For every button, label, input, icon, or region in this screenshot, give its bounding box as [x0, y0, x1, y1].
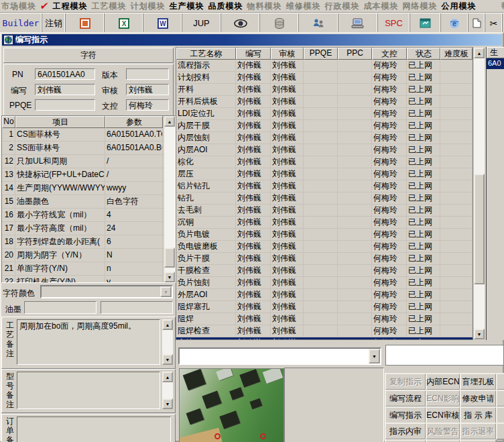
- ppqe-field[interactable]: [35, 99, 95, 111]
- process-row-2[interactable]: 开料刘伟巍刘伟巍何梅玲已上网: [176, 84, 472, 96]
- params-table-scrollbar[interactable]: ▲ ▼: [164, 116, 175, 282]
- col-process-name[interactable]: 工艺名称: [176, 48, 236, 60]
- process-table-scrollbar[interactable]: ▲ ▼: [474, 48, 485, 339]
- process-row-1[interactable]: 计划投料刘伟巍刘伟巍何梅玲已上网: [176, 72, 472, 84]
- chevron-down-icon[interactable]: ▼: [369, 349, 380, 364]
- params-row-13[interactable]: 13快捷标记(FP+UL+DateCo/: [2, 168, 175, 182]
- scissors-icon[interactable]: ✂: [485, 13, 503, 33]
- ink-field-1[interactable]: [24, 301, 97, 314]
- process-row-5[interactable]: 内层干膜刘伟巍刘伟巍何梅玲已上网: [176, 120, 472, 132]
- menu-item-11[interactable]: 公用模块: [442, 1, 477, 12]
- window-titlebar[interactable]: 编写指示: [2, 34, 502, 46]
- action-button-粗[interactable]: 粗: [496, 406, 504, 424]
- params-row-18[interactable]: 18字符到焊盘的最小距离(6: [2, 235, 175, 249]
- process-row-16[interactable]: 负片干膜刘伟巍刘伟巍何梅玲已上网: [176, 253, 472, 265]
- action-button-指 示 库[interactable]: 指 示 库: [460, 406, 497, 424]
- params-col-item[interactable]: 项目: [15, 116, 105, 128]
- process-row-15[interactable]: 负电镀磨板刘伟巍刘伟巍何梅玲已上网: [176, 241, 472, 253]
- doc-field[interactable]: 何梅玲: [126, 99, 169, 111]
- params-col-value[interactable]: 参数: [105, 116, 163, 128]
- order-note-text[interactable]: [17, 417, 171, 442]
- process-row-17[interactable]: 干膜检查刘伟巍刘伟巍何梅玲已上网: [176, 265, 472, 277]
- process-row-13[interactable]: 沉铜刘伟巍刘伟巍何梅玲已上网: [176, 217, 472, 229]
- process-note-text[interactable]: 周期加在bo面，周期高度95mil。: [17, 319, 160, 365]
- action-button-指示退率[interactable]: 指示退率: [460, 423, 497, 440]
- version-field[interactable]: [126, 68, 169, 80]
- params-row-21[interactable]: 21单面字符(Y/N)n: [2, 262, 175, 276]
- action-button-修改申请[interactable]: 修改申请: [460, 390, 497, 407]
- auditor-field[interactable]: 刘伟巍: [126, 84, 169, 95]
- scroll-down-icon[interactable]: ▼: [474, 329, 485, 339]
- pn-field[interactable]: 6A01501AA0: [35, 68, 95, 80]
- scroll-down-icon[interactable]: ▼: [162, 398, 173, 409]
- action-button-编写指示[interactable]: 编写指示: [385, 406, 426, 424]
- menu-item-10[interactable]: 网络模块: [403, 1, 438, 12]
- side-list-header[interactable]: 生: [487, 47, 504, 58]
- menu-item-1[interactable]: 工程模块: [53, 1, 88, 12]
- menu-item-0[interactable]: 市场模块: [1, 1, 36, 12]
- action-button-编写流程[interactable]: 编写流程: [385, 390, 426, 407]
- action-button-工[interactable]: 工: [496, 423, 504, 440]
- window-refresh-icon[interactable]: [410, 13, 441, 33]
- params-row-17[interactable]: 17最小字符高度（mil）24: [2, 222, 175, 235]
- params-row-15[interactable]: 15油墨颜色白色字符: [2, 195, 175, 209]
- users-icon[interactable]: [299, 13, 338, 33]
- model-note-scrollbar[interactable]: ▲ ▼: [162, 372, 173, 409]
- process-row-11[interactable]: 钻孔刘伟巍刘伟巍何梅玲已上网: [176, 192, 472, 205]
- params-row-14[interactable]: 14生产周期(YYWW/WWYY)wwyy: [2, 182, 175, 195]
- logout-button[interactable]: 注销: [42, 13, 66, 33]
- params-row-16[interactable]: 16最小字符线宽（mil）4: [2, 209, 175, 222]
- action-button-复制指示[interactable]: 复制指示: [385, 373, 426, 390]
- process-row-21[interactable]: 阻焊刘伟巍刘伟巍何梅玲已上网: [176, 313, 472, 325]
- action-button-报[interactable]: 报: [496, 373, 504, 390]
- process-row-7[interactable]: 内层AOI刘伟巍刘伟巍何梅玲已上网: [176, 144, 472, 156]
- col-auditor[interactable]: 审核: [271, 48, 304, 60]
- col-writer[interactable]: 编写: [236, 48, 271, 60]
- action-button-合[interactable]: 合: [496, 390, 504, 407]
- menu-item-8[interactable]: 行政模块: [325, 1, 360, 12]
- params-row-2[interactable]: 2SS面菲林号6A01501AA0.BO: [2, 142, 175, 155]
- remark-combobox[interactable]: ▼: [178, 347, 381, 365]
- menu-item-3[interactable]: 计划模块: [131, 1, 166, 12]
- document-icon[interactable]: [468, 13, 485, 33]
- col-status[interactable]: 状态: [407, 48, 440, 60]
- spc-button[interactable]: SPC: [378, 13, 410, 33]
- scrollbar-thumb[interactable]: [474, 174, 485, 284]
- process-note-scrollbar[interactable]: ▲ ▼: [162, 319, 173, 365]
- action-button-盲埋孔板[interactable]: 盲埋孔板: [460, 373, 497, 390]
- process-row-9[interactable]: 层压刘伟巍刘伟巍何梅玲已上网: [176, 168, 472, 180]
- builder-button[interactable]: Builder: [0, 13, 42, 33]
- scrollbar-thumb[interactable]: [164, 247, 175, 268]
- menu-item-7[interactable]: 维修模块: [286, 1, 321, 12]
- col-ppqe[interactable]: PPQE: [304, 48, 338, 60]
- jup-button[interactable]: JUP: [182, 13, 221, 33]
- char-color-dropdown[interactable]: ▼: [40, 285, 173, 298]
- menu-item-5[interactable]: 品质模块: [208, 1, 243, 12]
- params-row-22[interactable]: 22打印机生产(Y/N)y: [2, 276, 175, 283]
- process-row-8[interactable]: 棕化刘伟巍刘伟巍何梅玲已上网: [176, 156, 472, 168]
- info-box[interactable]: [385, 345, 504, 366]
- action-button-内部ECN[interactable]: 内部ECN: [426, 373, 460, 390]
- scroll-down-icon[interactable]: ▼: [162, 354, 173, 365]
- eye-icon[interactable]: [221, 13, 260, 33]
- process-row-14[interactable]: 负片电镀刘伟巍刘伟巍何梅玲已上网: [176, 229, 472, 241]
- params-col-no[interactable]: No: [2, 116, 15, 128]
- process-row-0[interactable]: 流程指示刘伟巍刘伟巍何梅玲已上网: [176, 60, 472, 72]
- process-row-10[interactable]: 铝片钻孔刘伟巍刘伟巍何梅玲已上网: [176, 180, 472, 192]
- scroll-down-icon[interactable]: ▼: [164, 272, 175, 282]
- menu-item-4[interactable]: 生产模块: [170, 1, 204, 12]
- process-row-6[interactable]: 内层蚀刻刘伟巍刘伟巍何梅玲已上网: [176, 132, 472, 144]
- process-row-23[interactable]: 字符刘伟巍刘伟巍何梅玲已上网: [176, 337, 472, 340]
- process-row-18[interactable]: 负片蚀刻刘伟巍刘伟巍何梅玲已上网: [176, 277, 472, 289]
- menu-item-9[interactable]: 成本模块: [364, 1, 399, 12]
- chevron-down-icon[interactable]: ▼: [160, 286, 172, 297]
- ink-field-2[interactable]: [101, 301, 173, 314]
- scroll-up-icon[interactable]: ▲: [474, 48, 485, 58]
- scroll-up-icon[interactable]: ▲: [162, 372, 173, 382]
- computer-icon[interactable]: [338, 13, 378, 33]
- model-note-text[interactable]: [17, 372, 160, 409]
- scroll-up-icon[interactable]: ▲: [162, 319, 173, 330]
- action-button-ECN审核[interactable]: ECN审核: [426, 406, 460, 424]
- params-row-20[interactable]: 20周期为阴字（Y/N）N: [2, 249, 175, 262]
- action-button-ECN影响[interactable]: ECN影响: [426, 390, 460, 407]
